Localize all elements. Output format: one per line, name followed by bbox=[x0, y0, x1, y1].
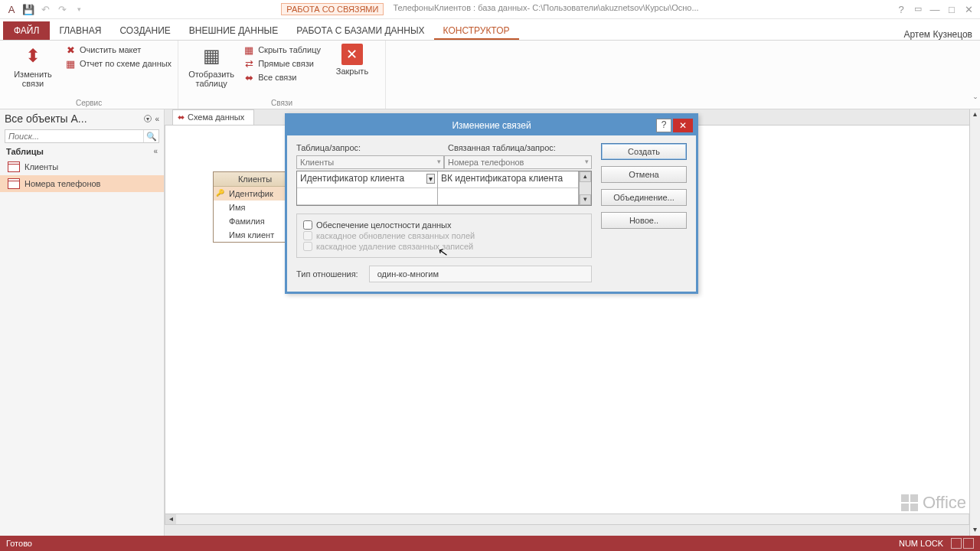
close-icon: ✕ bbox=[341, 44, 363, 65]
dialog-help-icon[interactable]: ? bbox=[656, 119, 671, 132]
table-field-pk[interactable]: Идентифик bbox=[214, 187, 296, 201]
cancel-button[interactable]: Отмена bbox=[601, 166, 687, 183]
tab-external[interactable]: ВНЕШНИЕ ДАННЫЕ bbox=[180, 21, 287, 40]
scroll-down-icon[interactable]: ▾ bbox=[970, 525, 980, 536]
table-field[interactable]: Имя клиент bbox=[214, 228, 296, 242]
show-table-button[interactable]: ▦ Отобразить таблицу bbox=[185, 44, 238, 88]
context-tab-label: РАБОТА СО СВЯЗЯМИ bbox=[281, 3, 384, 15]
nav-header[interactable]: Все объекты A... ▾ « bbox=[0, 109, 164, 128]
table-field[interactable]: Фамилия bbox=[214, 214, 296, 228]
relationship-report-button[interactable]: ▦Отчет по схеме данных bbox=[64, 57, 172, 70]
scroll-left-icon[interactable]: ◂ bbox=[165, 514, 176, 524]
ribbon-tabs: ФАЙЛ ГЛАВНАЯ СОЗДАНИЕ ВНЕШНИЕ ДАННЫЕ РАБ… bbox=[0, 19, 980, 41]
title-center: РАБОТА СО СВЯЗЯМИ ТелефоныКлиентов : баз… bbox=[90, 3, 890, 15]
grid-scrollbar[interactable]: ▴ ▾ bbox=[579, 171, 591, 205]
relationship-type-label: Тип отношения: bbox=[296, 269, 358, 279]
close-button[interactable]: ✕ Закрыть bbox=[325, 44, 379, 76]
section-collapse-icon[interactable]: « bbox=[153, 147, 158, 156]
horizontal-scrollbar[interactable]: ◂ ▸ bbox=[165, 514, 979, 524]
new-button[interactable]: Новое.. bbox=[601, 212, 687, 229]
combo-table[interactable]: Клиенты bbox=[296, 155, 444, 169]
scroll-up-icon[interactable]: ▴ bbox=[580, 171, 591, 182]
direct-relationships-button[interactable]: ⇄Прямые связи bbox=[243, 57, 321, 70]
edit-relationships-icon: ⬍ bbox=[21, 44, 45, 68]
dialog-body: Таблица/запрос: Связанная таблица/запрос… bbox=[287, 135, 696, 292]
checkbox-cascade-update: каскадное обновление связанных полей bbox=[303, 231, 585, 240]
grid-empty-cell[interactable] bbox=[297, 188, 437, 205]
scroll-up-icon[interactable]: ▴ bbox=[970, 109, 980, 120]
checkbox-integrity-input[interactable] bbox=[303, 220, 312, 230]
relationship-report-label: Отчет по схеме данных bbox=[80, 59, 172, 68]
view-icon[interactable] bbox=[963, 538, 974, 549]
grid-field-left[interactable]: Идентификатор клиента bbox=[297, 171, 437, 188]
checkbox-integrity-label: Обеспечение целостности данных bbox=[316, 220, 451, 230]
vertical-scrollbar[interactable]: ▴ ▾ bbox=[969, 109, 980, 536]
ribbon-group-relationships: ▦ Отобразить таблицу ▦Скрыть таблицу ⇄Пр… bbox=[178, 41, 386, 109]
grid-empty-cell[interactable] bbox=[438, 188, 578, 205]
document-tab-label: Схема данных bbox=[188, 112, 244, 122]
field-grid: Идентификатор клиента ВК идентификатора … bbox=[296, 171, 592, 206]
office-logo-text: Office bbox=[923, 493, 966, 513]
dialog-left: Таблица/запрос: Связанная таблица/запрос… bbox=[296, 143, 592, 282]
join-button[interactable]: Объединение... bbox=[601, 189, 687, 206]
hide-table-icon: ▦ bbox=[243, 44, 255, 56]
qat-more-icon[interactable]: ▾ bbox=[72, 2, 86, 16]
status-bar: Готово NUM LOCK bbox=[0, 536, 980, 551]
quick-access-toolbar: A 💾 ↶ ↷ ▾ bbox=[0, 2, 90, 16]
save-icon[interactable]: 💾 bbox=[21, 2, 35, 16]
redo-icon[interactable]: ↷ bbox=[55, 2, 69, 16]
tab-dbtools[interactable]: РАБОТА С БАЗАМИ ДАННЫХ bbox=[287, 21, 433, 40]
checkbox-area: Обеспечение целостности данных каскадное… bbox=[296, 214, 592, 258]
relationship-type-row: Тип отношения: один-ко-многим bbox=[296, 266, 592, 282]
label-related-table: Связанная таблица/запрос: bbox=[448, 143, 592, 152]
scroll-down-icon[interactable]: ▾ bbox=[580, 194, 591, 205]
maximize-icon[interactable]: □ bbox=[946, 4, 957, 15]
create-button[interactable]: Создать bbox=[601, 143, 687, 160]
search-icon[interactable]: 🔍 bbox=[143, 130, 158, 142]
table-field[interactable]: Имя bbox=[214, 201, 296, 214]
tab-file[interactable]: ФАЙЛ bbox=[3, 21, 50, 40]
checkbox-integrity[interactable]: Обеспечение целостности данных bbox=[303, 220, 585, 230]
ribbon-collapse-icon[interactable]: ˇ bbox=[974, 96, 977, 107]
edit-relationships-button[interactable]: ⬍ Изменить связи bbox=[6, 44, 60, 88]
navigation-pane: Все объекты A... ▾ « 🔍 Таблицы « Клиенты… bbox=[0, 109, 165, 536]
access-icon: A bbox=[5, 2, 18, 16]
minimize-icon[interactable]: — bbox=[929, 4, 940, 15]
user-name[interactable]: Артем Кузнецов bbox=[903, 29, 980, 40]
help-icon[interactable]: ? bbox=[896, 4, 906, 15]
view-icon[interactable] bbox=[951, 538, 962, 549]
checkbox-cascade-update-input bbox=[303, 231, 312, 240]
nav-item-phones[interactable]: Номера телефонов bbox=[0, 175, 164, 192]
dialog-buttons: Создать Отмена Объединение... Новое.. bbox=[601, 143, 687, 282]
nav-search[interactable]: 🔍 bbox=[5, 129, 159, 143]
nav-header-arrows: ▾ « bbox=[144, 115, 159, 123]
view-buttons[interactable] bbox=[951, 538, 974, 549]
label-table: Таблица/запрос: bbox=[296, 143, 440, 152]
tab-design[interactable]: КОНСТРУКТОР bbox=[434, 21, 519, 40]
dialog-close-icon[interactable]: ✕ bbox=[673, 119, 693, 132]
combo-related-table[interactable]: Номера телефонов bbox=[444, 155, 592, 169]
all-relationships-button[interactable]: ⬌Все связи bbox=[243, 71, 321, 83]
all-relationships-label: Все связи bbox=[258, 73, 296, 82]
clear-layout-button[interactable]: ✖Очистить макет bbox=[64, 44, 172, 56]
ribbon-options-icon[interactable]: ▭ bbox=[913, 4, 923, 15]
grid-field-right[interactable]: ВК идентификатора клиента bbox=[438, 171, 578, 188]
nav-item-clients[interactable]: Клиенты bbox=[0, 158, 164, 175]
nav-item-label: Номера телефонов bbox=[24, 179, 100, 188]
dialog-title-bar[interactable]: Изменение связей ? ✕ bbox=[287, 116, 696, 135]
undo-icon[interactable]: ↶ bbox=[38, 2, 52, 16]
hide-table-button[interactable]: ▦Скрыть таблицу bbox=[243, 44, 321, 56]
document-tab[interactable]: ⬌ Схема данных bbox=[172, 109, 254, 125]
direct-relationships-label: Прямые связи bbox=[258, 59, 314, 68]
ribbon: ⬍ Изменить связи ✖Очистить макет ▦Отчет … bbox=[0, 41, 980, 109]
table-icon bbox=[8, 161, 20, 172]
edit-relationships-label: Изменить связи bbox=[6, 70, 60, 88]
search-input[interactable] bbox=[5, 130, 143, 142]
close-window-icon[interactable]: ✕ bbox=[963, 4, 974, 15]
relationship-type-value: один-ко-многим bbox=[369, 266, 592, 282]
checkbox-cascade-delete-label: каскадное удаление связанных записей bbox=[316, 242, 473, 251]
nav-section-tables[interactable]: Таблицы « bbox=[0, 145, 164, 158]
nav-item-label: Клиенты bbox=[24, 162, 58, 171]
tab-create[interactable]: СОЗДАНИЕ bbox=[110, 21, 179, 40]
tab-home[interactable]: ГЛАВНАЯ bbox=[50, 21, 110, 40]
